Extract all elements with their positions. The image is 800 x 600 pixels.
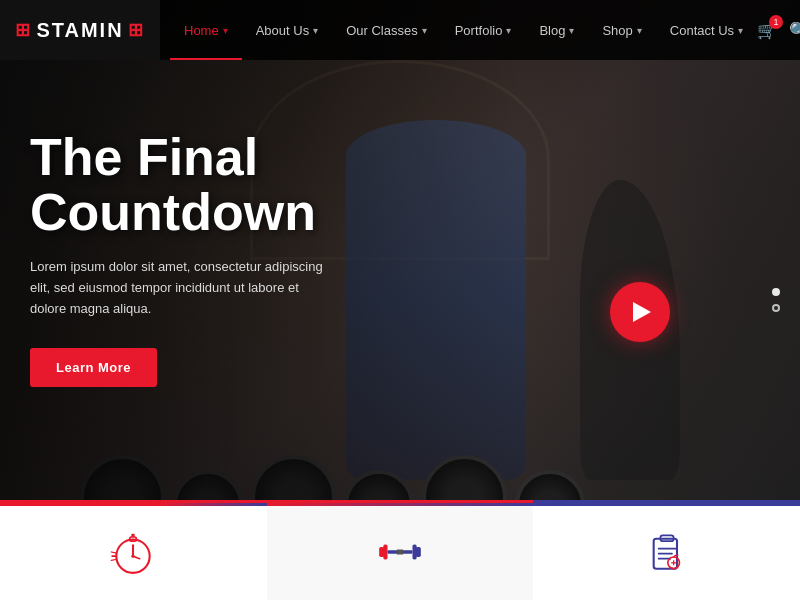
svg-rect-13 — [416, 547, 421, 557]
nav-item-shop[interactable]: Shop ▾ — [588, 0, 655, 60]
slide-dot-active[interactable] — [772, 288, 780, 296]
play-icon — [633, 302, 651, 322]
search-icon: 🔍 — [789, 22, 800, 39]
nav-label-home: Home — [184, 23, 219, 38]
clipboard-icon-container — [639, 524, 694, 579]
active-underline — [170, 58, 242, 60]
nav-label-shop: Shop — [602, 23, 632, 38]
chevron-down-icon: ▾ — [506, 25, 511, 36]
chevron-down-icon: ▾ — [223, 25, 228, 36]
nav-item-about[interactable]: About Us ▾ — [242, 0, 332, 60]
card-bar-gradient — [267, 503, 534, 506]
hero-subtitle: Lorem ipsum dolor sit amet, consectetur … — [30, 257, 330, 319]
svg-line-8 — [112, 559, 116, 560]
nav-item-home[interactable]: Home ▾ — [170, 0, 242, 60]
feature-card-stopwatch[interactable] — [0, 500, 267, 600]
svg-rect-14 — [397, 549, 404, 554]
chevron-down-icon: ▾ — [313, 25, 318, 36]
navbar: ⊞ STAMIN ⊞ Home ▾ About Us ▾ Our Classes… — [0, 0, 800, 60]
dumbbell-icon-container — [373, 524, 428, 579]
nav-label-contact: Contact Us — [670, 23, 734, 38]
dumbbell-icon — [375, 527, 425, 577]
chevron-down-icon: ▾ — [422, 25, 427, 36]
nav-label-classes: Our Classes — [346, 23, 418, 38]
hero-section: ⊞ STAMIN ⊞ Home ▾ About Us ▾ Our Classes… — [0, 0, 800, 600]
card-bar-purple — [533, 503, 800, 506]
play-video-button[interactable] — [610, 282, 670, 342]
stopwatch-icon-container — [106, 524, 161, 579]
slide-dot-inactive[interactable] — [772, 304, 780, 312]
learn-more-button[interactable]: Learn More — [30, 348, 157, 387]
hero-title: The FinalCountdown — [30, 130, 330, 239]
logo-icon-right: ⊞ — [128, 19, 145, 41]
nav-item-classes[interactable]: Our Classes ▾ — [332, 0, 441, 60]
card-bar-red — [0, 503, 267, 506]
chevron-down-icon: ▾ — [738, 25, 743, 36]
cart-button[interactable]: 🛒 1 — [757, 21, 777, 40]
chevron-down-icon: ▾ — [569, 25, 574, 36]
feature-card-dumbbell[interactable] — [267, 500, 534, 600]
clipboard-nutrition-icon — [642, 527, 692, 577]
chevron-down-icon: ▾ — [637, 25, 642, 36]
logo-area: ⊞ STAMIN ⊞ — [0, 0, 160, 60]
svg-line-7 — [112, 552, 116, 553]
nav-links: Home ▾ About Us ▾ Our Classes ▾ Portfoli… — [160, 0, 757, 60]
nav-item-blog[interactable]: Blog ▾ — [525, 0, 588, 60]
nav-label-blog: Blog — [539, 23, 565, 38]
search-button[interactable]: 🔍 — [789, 21, 800, 40]
cart-count: 1 — [769, 15, 783, 29]
brand-name: STAMIN — [36, 19, 123, 42]
bottom-cards — [0, 500, 800, 600]
svg-rect-10 — [383, 544, 387, 559]
feature-card-clipboard[interactable] — [533, 500, 800, 600]
nav-label-about: About Us — [256, 23, 309, 38]
nav-item-portfolio[interactable]: Portfolio ▾ — [441, 0, 526, 60]
nav-label-portfolio: Portfolio — [455, 23, 503, 38]
hero-content: The FinalCountdown Lorem ipsum dolor sit… — [30, 130, 330, 387]
slide-dots — [772, 288, 780, 312]
nav-item-contact[interactable]: Contact Us ▾ — [656, 0, 757, 60]
svg-rect-2 — [132, 533, 135, 536]
logo-icon-left: ⊞ — [15, 19, 32, 41]
stopwatch-icon — [108, 527, 158, 577]
nav-icons: 🛒 1 🔍 — [757, 21, 800, 40]
svg-point-5 — [132, 554, 135, 557]
brand-logo[interactable]: ⊞ STAMIN ⊞ — [15, 19, 144, 42]
